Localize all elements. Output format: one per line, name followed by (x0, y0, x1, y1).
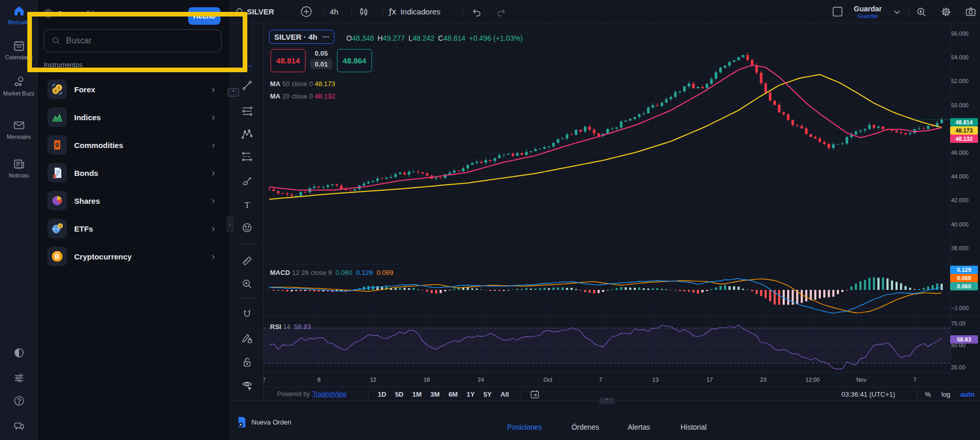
time-axis[interactable]: 28121824Oct713172312:00Nov7 (264, 372, 951, 387)
save-button[interactable]: Guardar Guardar (854, 0, 882, 23)
layout-button[interactable] (832, 0, 843, 23)
interval-button[interactable]: 4h (330, 0, 339, 23)
camera-screenshot-icon[interactable] (965, 0, 976, 23)
magnet-icon[interactable] (234, 306, 260, 321)
compare-add-button[interactable] (300, 0, 312, 23)
pattern-tool-icon[interactable] (234, 126, 260, 142)
sidebar-item-mercado[interactable]: Mercado (0, 4, 38, 25)
brush-icon[interactable] (234, 173, 260, 188)
tab-historial[interactable]: Historial (681, 423, 707, 431)
quick-search-icon[interactable] (916, 0, 927, 23)
instrument-item-forex[interactable]: $€ Forex › (44, 78, 222, 101)
legend-collapse-button[interactable]: ⌃ (228, 88, 239, 96)
range-3m[interactable]: 3M (430, 390, 440, 398)
rsi-legend[interactable]: RSI 14 58.83 (270, 323, 311, 331)
hide-drawings-icon[interactable] (234, 377, 260, 392)
range-5d[interactable]: 5D (395, 390, 404, 398)
rsi-value-tag: 58.83 (950, 335, 978, 344)
chat-support-button[interactable] (0, 420, 38, 434)
instrument-item-shares[interactable]: Shares › (44, 189, 222, 212)
new-order-button[interactable]: Nueva Orden (237, 416, 291, 428)
settings-gear-icon[interactable] (940, 0, 952, 23)
emoji-icon[interactable] (234, 220, 260, 235)
instrument-label: Indices (74, 113, 101, 122)
percent-scale-button[interactable]: % (925, 387, 931, 401)
ma20-legend[interactable]: MA 20 close 0 48.132 (270, 92, 335, 100)
time-tick: 8 (317, 377, 320, 383)
chevron-right-icon: › (211, 222, 215, 235)
search-input[interactable] (66, 36, 221, 45)
sidebar-item-noticias[interactable]: Noticias (0, 157, 38, 178)
range-1m[interactable]: 1M (412, 390, 421, 398)
range-5y[interactable]: 5Y (483, 390, 492, 398)
text-tool-icon[interactable]: T (234, 197, 260, 213)
instrument-item-commodities[interactable]: Commodities › (44, 134, 222, 156)
sidebar-item-calendario[interactable]: Calendario (0, 39, 38, 60)
instrument-label: Bonds (74, 169, 98, 177)
rsi-value: 58.83 (294, 323, 311, 331)
auto-scale-button[interactable]: auto (960, 387, 974, 401)
chart-style-button[interactable] (359, 0, 369, 23)
log-scale-button[interactable]: log (941, 387, 950, 401)
instruments-panel: ‹ Commodities Hecho Instrumentos $€ Fore… (38, 0, 230, 440)
done-button[interactable]: Hecho (188, 7, 221, 25)
range-6m[interactable]: 6M (448, 390, 458, 398)
crosshair-icon[interactable] (234, 58, 260, 74)
time-tick: 7 (599, 377, 602, 383)
instrument-item-etfs[interactable]: $ ETFs › (44, 217, 222, 240)
indicators-button[interactable]: ƒx Indicadores (389, 0, 441, 23)
macd-legend[interactable]: MACD 12 26 close 9 0.060 0.129 0.069 (270, 269, 393, 276)
goto-date-icon[interactable] (530, 387, 540, 401)
sidebar-item-label: Mercado (0, 19, 38, 25)
ma50-value: 48.173 (315, 80, 335, 88)
back-icon[interactable]: ‹ (44, 9, 53, 18)
range-1y[interactable]: 1Y (466, 390, 475, 398)
sidebar-item-mensajes[interactable]: Mensajes (0, 119, 38, 140)
lock-icon[interactable] (234, 354, 260, 369)
tab-ordenes[interactable]: Órdenes (571, 423, 599, 431)
instrument-item-bonds[interactable]: Bonds › (44, 161, 222, 184)
drawing-lock-icon[interactable] (234, 330, 260, 346)
sidebar-item-market-buzz[interactable]: Market Buzz (0, 75, 38, 96)
forex-icon: $€ (47, 79, 67, 99)
time-tick: 24 (478, 377, 484, 383)
panel-collapse-handle[interactable]: ‹ (227, 217, 233, 232)
chart-legend[interactable]: SILVER · 4h ••• (269, 30, 334, 44)
time-tick: 18 (424, 377, 430, 383)
panel-expand-chevron[interactable]: ⌃ (599, 398, 615, 404)
price-chart[interactable] (264, 23, 980, 372)
ma50-price-tag: 48.173 (950, 126, 978, 135)
buy-button[interactable]: 48.864 (337, 49, 372, 72)
chevron-down-icon[interactable] (894, 0, 900, 23)
theme-contrast-button[interactable] (0, 347, 38, 361)
symbol-search-button[interactable] (235, 0, 245, 23)
shares-icon (47, 191, 67, 210)
sell-button[interactable]: 48.814 (271, 49, 306, 72)
price-axis[interactable]: 56.00054.00052.00050.00048.00046.00044.0… (951, 23, 980, 387)
range-all[interactable]: All (500, 390, 509, 398)
ruler-icon[interactable] (234, 253, 260, 268)
gann-lines-icon[interactable] (234, 103, 260, 119)
time-tick: 7 (913, 377, 916, 383)
zoom-in-icon[interactable] (234, 276, 260, 291)
svg-text:$: $ (59, 224, 62, 229)
new-order-icon (237, 416, 247, 428)
price-tick: 40.000 (951, 221, 977, 227)
tab-alertas[interactable]: Alertas (628, 423, 650, 431)
tab-posiciones[interactable]: Posiciones (507, 423, 542, 431)
legend-more-icon[interactable]: ••• (323, 34, 330, 40)
range-1d[interactable]: 1D (378, 390, 386, 398)
ma50-legend[interactable]: MA 50 close 0 48.173 (270, 80, 335, 88)
filters-sliders-button[interactable] (0, 372, 38, 386)
instrument-item-indices[interactable]: Indices › (44, 106, 222, 128)
instrument-label: Commodities (74, 141, 123, 150)
sidebar-item-label: Calendario (0, 54, 38, 60)
price-tick: 38.000 (951, 245, 977, 251)
redo-button[interactable] (496, 0, 506, 23)
position-tool-icon[interactable] (234, 149, 260, 164)
spread-value: 0.05 (315, 50, 328, 57)
instrument-item-cryptocurrency[interactable]: B Cryptocurrency › (44, 245, 222, 268)
undo-button[interactable] (471, 0, 482, 23)
tradingview-link[interactable]: TradingView (312, 390, 346, 398)
help-button[interactable] (0, 395, 38, 409)
